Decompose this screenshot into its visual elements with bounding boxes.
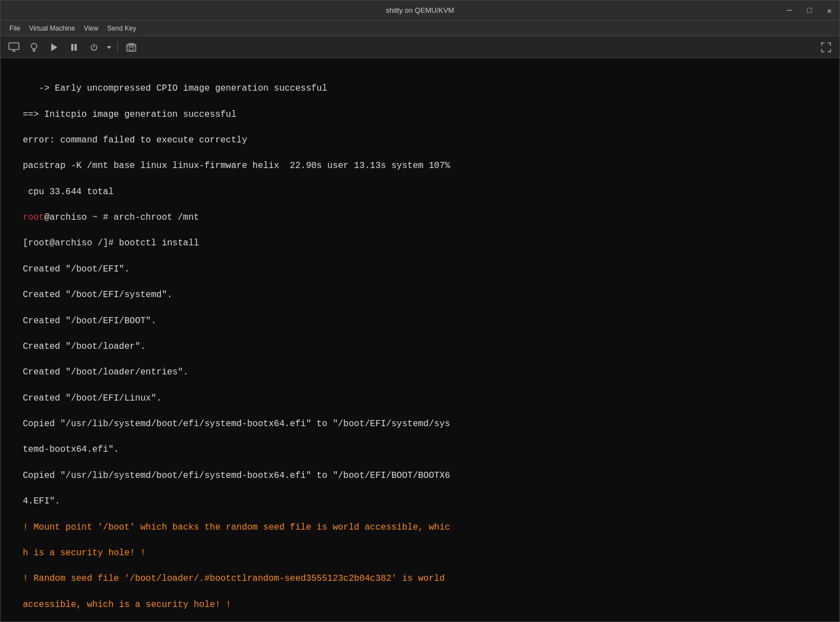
terminal-line-19: h is a security hole! ! [23,547,817,560]
terminal-line-2: ==> Initcpio image generation successful [23,108,817,121]
minimize-button[interactable]: ─ [779,1,799,21]
close-button[interactable]: ✕ [819,1,839,21]
terminal-line-6: root@archiso ~ # arch-chroot /mnt [23,211,817,224]
terminal-line-5: cpu 33.644 total [23,186,817,199]
menubar: File Virtual Machine View Send Key [1,21,839,36]
svg-marker-7 [51,43,57,51]
terminal-line-8: Created "/boot/EFI". [23,263,817,276]
window-controls: ─ □ ✕ [779,1,839,21]
screenshot-button[interactable] [122,40,140,55]
terminal-line-9: Created "/boot/EFI/systemd". [23,289,817,302]
toolbar-separator [117,42,118,53]
window-title: shitty on QEMU/KVM [386,6,454,14]
terminal-line-13: Created "/boot/EFI/Linux". [23,392,817,405]
fullscreen-button[interactable] [817,40,835,55]
power-button[interactable] [85,40,103,55]
svg-marker-10 [107,46,111,49]
svg-rect-8 [71,44,73,51]
power-dropdown-button[interactable] [105,40,113,55]
menu-view[interactable]: View [80,22,103,34]
svg-rect-9 [75,44,77,51]
terminal-line-15: temd-bootx64.efi". [23,443,817,456]
terminal-line-1: -> Early uncompressed CPIO image generat… [23,82,817,95]
terminal-line-11: Created "/boot/loader". [23,340,817,353]
terminal-prompt-rest: @archiso ~ # arch-chroot /mnt [44,213,199,223]
terminal-line-21: accessible, which is a security hole! ! [23,599,817,611]
terminal-prompt-user: root [23,213,44,223]
terminal-line-18: ! Mount point '/boot' which backs the ra… [23,521,817,534]
pause-button[interactable] [65,40,83,55]
menu-send-key[interactable]: Send Key [103,22,141,34]
svg-rect-15 [129,47,134,50]
svg-rect-0 [9,43,19,50]
terminal-line-14: Copied "/usr/lib/systemd/boot/efi/system… [23,418,817,431]
toolbar [1,36,839,58]
terminal-line-16: Copied "/usr/lib/systemd/boot/efi/system… [23,470,817,482]
terminal-line-10: Created "/boot/EFI/BOOT". [23,315,817,328]
titlebar: shitty on QEMU/KVM ─ □ ✕ [1,1,839,21]
menu-virtual-machine[interactable]: Virtual Machine [24,22,80,34]
maximize-button[interactable]: □ [799,1,819,21]
terminal-line-7: [root@archiso /]# bootctl install [23,237,817,250]
terminal-line-20: ! Random seed file '/boot/loader/.#bootc… [23,572,817,585]
terminal-line-4: pacstrap -K /mnt base linux linux-firmwa… [23,160,817,172]
menu-file[interactable]: File [5,22,24,34]
svg-point-3 [31,43,37,49]
play-button[interactable] [45,40,63,55]
terminal-output: -> Early uncompressed CPIO image generat… [23,70,817,621]
terminal-area[interactable]: -> Early uncompressed CPIO image generat… [1,58,839,621]
terminal-line-17: 4.EFI". [23,495,817,508]
terminal-line-12: Created "/boot/loader/entries". [23,366,817,379]
display-button[interactable] [5,40,23,55]
light-button[interactable] [25,40,43,55]
main-window: shitty on QEMU/KVM ─ □ ✕ File Virtual Ma… [0,0,840,622]
terminal-line-3: error: command failed to execute correct… [23,134,817,147]
